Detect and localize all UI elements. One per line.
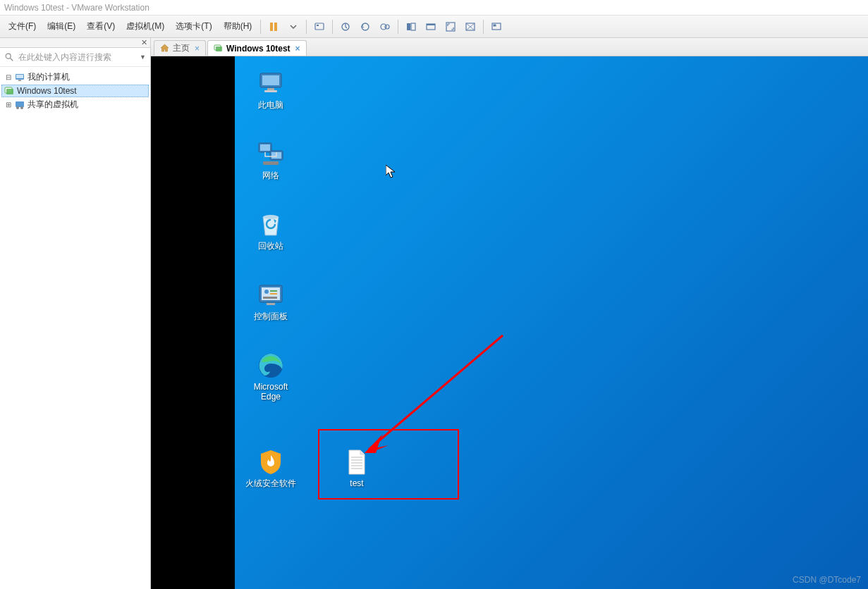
tab-close-icon[interactable]: × xyxy=(295,44,300,54)
svg-point-16 xyxy=(6,54,11,58)
tree-label: 我的计算机 xyxy=(27,71,70,83)
menu-tabs[interactable]: 选项卡(T) xyxy=(170,18,217,35)
close-sidebar-icon[interactable]: ✕ xyxy=(141,39,147,46)
edge-icon xyxy=(256,351,286,380)
desktop-icon-control-panel[interactable]: 控制面板 xyxy=(243,280,298,321)
separator xyxy=(483,20,484,34)
svg-rect-19 xyxy=(18,80,21,81)
desktop-icon-recycle-bin[interactable]: 回收站 xyxy=(243,210,298,251)
fullscreen-button[interactable] xyxy=(442,18,459,35)
icon-label: 控制面板 xyxy=(243,311,298,321)
dropdown-icon[interactable] xyxy=(285,18,302,35)
watermark: CSDN @DTcode7 xyxy=(793,575,861,585)
menu-help[interactable]: 帮助(H) xyxy=(218,18,258,35)
tree-shared-vms[interactable]: ⊞ 共享的虚拟机 xyxy=(1,97,149,112)
svg-line-50 xyxy=(369,335,503,450)
collapse-icon[interactable]: ⊟ xyxy=(4,73,12,81)
svg-point-23 xyxy=(16,106,19,109)
sidebar-header: ✕ xyxy=(0,38,150,48)
desktop-icon-test-file[interactable]: test xyxy=(329,447,384,488)
svg-point-39 xyxy=(264,290,269,294)
quickswitch-button[interactable] xyxy=(403,18,420,35)
svg-rect-29 xyxy=(267,88,274,90)
icon-label: test xyxy=(329,478,384,488)
svg-rect-43 xyxy=(267,303,275,305)
svg-rect-22 xyxy=(16,101,24,107)
tree-label: 共享的虚拟机 xyxy=(27,99,78,111)
svg-rect-11 xyxy=(427,24,435,25)
icon-label: 火绒安全软件 xyxy=(243,478,298,488)
unity-button[interactable] xyxy=(422,18,439,35)
pause-button[interactable] xyxy=(265,18,282,35)
annotation-arrow xyxy=(355,330,510,457)
huorong-icon xyxy=(256,447,286,477)
tab-vm[interactable]: Windows 10test × xyxy=(207,40,307,56)
home-icon xyxy=(160,44,169,53)
icon-label: 回收站 xyxy=(243,241,298,251)
separator xyxy=(332,20,333,34)
svg-rect-2 xyxy=(315,23,324,30)
network-icon xyxy=(256,140,286,169)
tab-label: 主页 xyxy=(173,42,190,54)
search-dropdown-icon[interactable]: ▼ xyxy=(140,54,146,61)
svg-rect-15 xyxy=(494,24,496,26)
menu-file[interactable]: 文件(F) xyxy=(3,18,42,35)
search-icon xyxy=(4,52,14,62)
desktop-icon-edge[interactable]: Microsoft Edge xyxy=(243,351,298,402)
library-tree: ⊟ 我的计算机 Windows 10test ⊞ 共享的虚拟机 xyxy=(0,67,150,115)
tree-my-computer[interactable]: ⊟ 我的计算机 xyxy=(1,70,149,85)
shared-icon xyxy=(15,100,25,110)
computer-icon xyxy=(256,69,286,99)
content-area: 主页 × Windows 10test × 此电脑 网络 xyxy=(151,38,868,589)
separator xyxy=(306,20,307,34)
text-file-icon xyxy=(342,447,372,477)
svg-rect-42 xyxy=(263,297,277,299)
vm-viewport[interactable]: 此电脑 网络 回收站 控制面板 Microsoft Edge xyxy=(151,56,868,589)
window-title: Windows 10test - VMware Workstation xyxy=(4,3,149,13)
svg-rect-32 xyxy=(260,144,270,151)
title-bar: Windows 10test - VMware Workstation xyxy=(0,0,868,16)
snapshot-button[interactable] xyxy=(337,18,354,35)
desktop-icon-this-pc[interactable]: 此电脑 xyxy=(243,69,298,110)
tabs-row: 主页 × Windows 10test × xyxy=(151,38,868,56)
tree-label: Windows 10test xyxy=(17,86,77,96)
svg-rect-28 xyxy=(262,75,279,85)
svg-rect-30 xyxy=(264,90,277,92)
vm-icon xyxy=(4,86,14,96)
svg-rect-3 xyxy=(317,25,319,26)
thumbnail-button[interactable] xyxy=(488,18,505,35)
svg-point-24 xyxy=(20,106,23,109)
svg-rect-21 xyxy=(6,89,13,94)
svg-rect-9 xyxy=(411,23,415,30)
guest-desktop[interactable]: 此电脑 网络 回收站 控制面板 Microsoft Edge xyxy=(235,56,868,589)
menu-vm[interactable]: 虚拟机(M) xyxy=(121,18,170,35)
icon-label: Microsoft Edge xyxy=(243,382,298,402)
svg-rect-8 xyxy=(407,23,410,30)
search-input[interactable] xyxy=(17,51,137,63)
manage-snapshot-button[interactable] xyxy=(377,18,393,35)
recycle-bin-icon xyxy=(256,210,286,240)
menu-edit[interactable]: 编辑(E) xyxy=(42,18,81,35)
icon-label: 此电脑 xyxy=(243,100,298,110)
menu-view[interactable]: 查看(V) xyxy=(81,18,121,35)
tab-close-icon[interactable]: × xyxy=(195,44,200,54)
svg-rect-0 xyxy=(270,23,273,31)
desktop-icon-network[interactable]: 网络 xyxy=(243,140,298,180)
expand-icon[interactable]: ⊞ xyxy=(4,101,12,108)
svg-rect-35 xyxy=(263,161,279,165)
revert-snapshot-button[interactable] xyxy=(357,18,374,35)
separator xyxy=(398,20,398,34)
svg-point-7 xyxy=(385,25,389,29)
tree-vm-item[interactable]: Windows 10test xyxy=(1,85,149,97)
icon-label: 网络 xyxy=(243,170,298,180)
tab-home[interactable]: 主页 × xyxy=(154,40,206,56)
send-ctrl-alt-del-button[interactable] xyxy=(311,18,328,35)
menu-bar: 文件(F) 编辑(E) 查看(V) 虚拟机(M) 选项卡(T) 帮助(H) xyxy=(0,16,868,38)
library-sidebar: ✕ ▼ ⊟ 我的计算机 Windows 10test ⊞ 共享的虚拟机 xyxy=(0,38,151,589)
desktop-icon-huorong[interactable]: 火绒安全软件 xyxy=(243,447,298,488)
svg-rect-40 xyxy=(270,290,277,292)
svg-rect-18 xyxy=(16,75,23,78)
svg-rect-41 xyxy=(270,293,277,294)
stretch-button[interactable] xyxy=(462,18,479,35)
svg-rect-12 xyxy=(446,23,455,31)
